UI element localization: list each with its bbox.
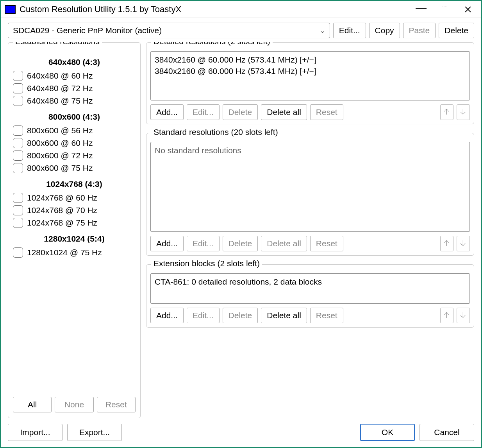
- resolution-item[interactable]: 800x600 @ 60 Hz: [13, 138, 136, 148]
- resolution-checkbox[interactable]: [13, 218, 23, 228]
- resolution-group-title: 1280x1024 (5:4): [13, 234, 136, 244]
- resolution-label: 640x480 @ 60 Hz: [27, 71, 93, 81]
- standard-reset-button[interactable]: Reset: [310, 236, 343, 251]
- detailed-resolution-item[interactable]: 3840x2160 @ 60.000 Hz (573.41 MHz) [+/−]: [155, 54, 466, 65]
- ok-button[interactable]: OK: [360, 424, 415, 441]
- extension-edit-button[interactable]: Edit...: [187, 308, 220, 323]
- detailed-edit-button[interactable]: Edit...: [187, 104, 220, 120]
- maximize-button[interactable]: [433, 2, 456, 17]
- toolbar: SDCA029 - Generic PnP Monitor (active) ⌄…: [1, 18, 481, 42]
- paste-button[interactable]: Paste: [403, 23, 436, 38]
- extension-move-down-button[interactable]: 🡣: [457, 308, 470, 323]
- detailed-buttons: Add... Edit... Delete Delete all Reset 🡡…: [150, 104, 470, 120]
- extension-buttons: Add... Edit... Delete Delete all Reset 🡡…: [150, 308, 470, 323]
- detailed-delete-all-button[interactable]: Delete all: [261, 104, 307, 120]
- resolution-checkbox[interactable]: [13, 71, 23, 81]
- standard-delete-button[interactable]: Delete: [223, 236, 258, 251]
- resolution-label: 800x600 @ 60 Hz: [27, 138, 93, 148]
- resolution-label: 800x600 @ 56 Hz: [27, 126, 93, 135]
- established-list[interactable]: 640x480 (4:3)640x480 @ 60 Hz640x480 @ 72…: [11, 51, 138, 393]
- standard-resolutions-panel: Standard resolutions (20 slots left) No …: [146, 133, 474, 256]
- standard-move-up-button[interactable]: 🡡: [440, 236, 453, 251]
- cancel-button[interactable]: Cancel: [420, 424, 474, 441]
- resolution-item[interactable]: 640x480 @ 72 Hz: [13, 83, 136, 93]
- established-title: Established resolutions: [13, 42, 102, 46]
- established-none-button[interactable]: None: [55, 397, 93, 412]
- arrow-down-icon: 🡣: [460, 240, 467, 248]
- extension-add-button[interactable]: Add...: [150, 308, 184, 323]
- standard-edit-button[interactable]: Edit...: [187, 236, 220, 251]
- right-column: Detailed resolutions (2 slots left) 3840…: [146, 42, 474, 418]
- arrow-down-icon: 🡣: [460, 312, 467, 320]
- standard-add-button[interactable]: Add...: [150, 236, 184, 251]
- arrow-up-icon: 🡡: [443, 108, 450, 116]
- extension-delete-all-button[interactable]: Delete all: [261, 308, 307, 323]
- resolution-checkbox[interactable]: [13, 163, 23, 173]
- resolution-checkbox[interactable]: [13, 125, 23, 136]
- resolution-label: 640x480 @ 72 Hz: [27, 84, 93, 93]
- arrow-up-icon: 🡡: [443, 312, 450, 320]
- arrow-down-icon: 🡣: [460, 108, 467, 116]
- standard-buttons: Add... Edit... Delete Delete all Reset 🡡…: [150, 236, 470, 251]
- established-buttons: All None Reset: [11, 393, 138, 414]
- standard-delete-all-button[interactable]: Delete all: [261, 236, 307, 251]
- resolution-item[interactable]: 1024x768 @ 70 Hz: [13, 205, 136, 215]
- detailed-resolutions-panel: Detailed resolutions (2 slots left) 3840…: [146, 42, 474, 124]
- resolution-checkbox[interactable]: [13, 96, 23, 106]
- minimize-button[interactable]: —: [409, 2, 433, 17]
- edit-monitor-button[interactable]: Edit...: [333, 23, 366, 38]
- window-title: Custom Resolution Utility 1.5.1 by Toast…: [20, 4, 409, 14]
- detailed-resolution-item[interactable]: 3840x2160 @ 60.000 Hz (573.41 MHz) [+/−]: [155, 65, 466, 77]
- resolution-checkbox[interactable]: [13, 83, 23, 93]
- resolution-item[interactable]: 640x480 @ 60 Hz: [13, 71, 136, 81]
- detailed-move-up-button[interactable]: 🡡: [440, 104, 453, 120]
- extension-move-up-button[interactable]: 🡡: [440, 308, 453, 323]
- close-icon: [464, 6, 471, 13]
- resolution-checkbox[interactable]: [13, 205, 23, 215]
- resolution-item[interactable]: 1024x768 @ 60 Hz: [13, 193, 136, 203]
- extension-reset-button[interactable]: Reset: [310, 308, 343, 323]
- resolution-checkbox[interactable]: [13, 193, 23, 203]
- detailed-reset-button[interactable]: Reset: [310, 104, 343, 120]
- resolution-checkbox[interactable]: [13, 247, 23, 258]
- extension-block-item[interactable]: CTA-861: 0 detailed resolutions, 2 data …: [155, 276, 466, 287]
- export-button[interactable]: Export...: [67, 424, 122, 441]
- resolution-label: 800x600 @ 75 Hz: [27, 163, 93, 173]
- resolution-item[interactable]: 1280x1024 @ 75 Hz: [13, 247, 136, 258]
- resolution-item[interactable]: 800x600 @ 56 Hz: [13, 125, 136, 136]
- established-resolutions-panel: Established resolutions 640x480 (4:3)640…: [8, 42, 141, 418]
- extension-blocks-panel: Extension blocks (2 slots left) CTA-861:…: [146, 264, 474, 328]
- established-all-button[interactable]: All: [13, 397, 52, 412]
- close-button[interactable]: [456, 2, 480, 17]
- detailed-add-button[interactable]: Add...: [150, 104, 184, 120]
- resolution-item[interactable]: 800x600 @ 72 Hz: [13, 151, 136, 161]
- resolution-item[interactable]: 1024x768 @ 75 Hz: [13, 218, 136, 228]
- established-reset-button[interactable]: Reset: [97, 397, 136, 412]
- detailed-listbox[interactable]: 3840x2160 @ 60.000 Hz (573.41 MHz) [+/−]…: [150, 51, 470, 100]
- app-icon: [5, 5, 16, 14]
- import-button[interactable]: Import...: [8, 424, 62, 441]
- detailed-move-down-button[interactable]: 🡣: [457, 104, 470, 120]
- resolution-item[interactable]: 640x480 @ 75 Hz: [13, 96, 136, 106]
- resolution-group-title: 800x600 (4:3): [13, 112, 136, 122]
- standard-listbox[interactable]: No standard resolutions: [150, 142, 470, 232]
- extension-listbox[interactable]: CTA-861: 0 detailed resolutions, 2 data …: [150, 273, 470, 304]
- detailed-title: Detailed resolutions (2 slots left): [151, 42, 273, 46]
- resolution-group-title: 1024x768 (4:3): [13, 179, 136, 189]
- delete-monitor-button[interactable]: Delete: [439, 23, 474, 38]
- footer: Import... Export... OK Cancel: [1, 418, 481, 447]
- extension-title: Extension blocks (2 slots left): [151, 259, 262, 268]
- monitor-select[interactable]: SDCA029 - Generic PnP Monitor (active) ⌄: [8, 23, 330, 38]
- resolution-checkbox[interactable]: [13, 151, 23, 161]
- content: Established resolutions 640x480 (4:3)640…: [1, 42, 481, 418]
- resolution-item[interactable]: 800x600 @ 75 Hz: [13, 163, 136, 173]
- monitor-select-value: SDCA029 - Generic PnP Monitor (active): [13, 26, 162, 35]
- resolution-label: 800x600 @ 72 Hz: [27, 151, 93, 160]
- maximize-icon: [442, 7, 447, 12]
- detailed-delete-button[interactable]: Delete: [223, 104, 258, 120]
- resolution-checkbox[interactable]: [13, 138, 23, 148]
- standard-move-down-button[interactable]: 🡣: [457, 236, 470, 251]
- copy-button[interactable]: Copy: [369, 23, 400, 38]
- resolution-label: 640x480 @ 75 Hz: [27, 96, 93, 106]
- extension-delete-button[interactable]: Delete: [223, 308, 258, 323]
